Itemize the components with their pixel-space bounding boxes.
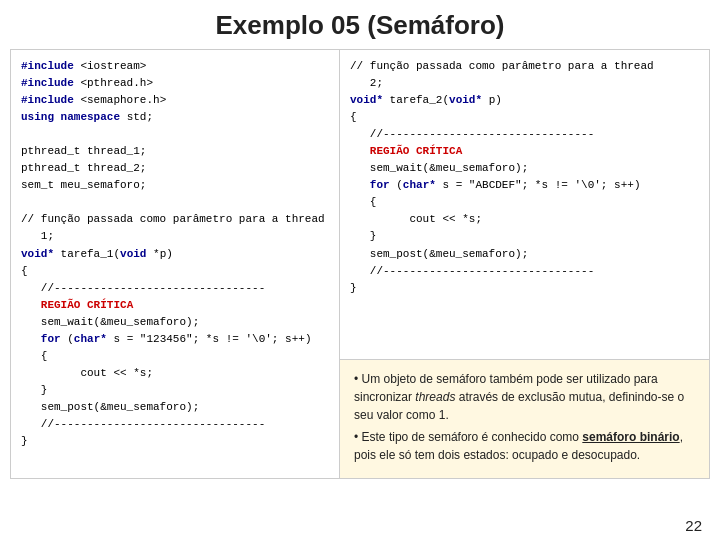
info-bullet1: • Um objeto de semáforo também pode ser … [354,370,695,424]
left-code-panel: #include <iostream> #include <pthread.h>… [10,49,340,479]
page-title: Exemplo 05 (Semáforo) [0,0,720,49]
info-box: • Um objeto de semáforo também pode ser … [340,359,709,478]
right-panel: // função passada como parâmetro para a … [340,49,710,479]
info-bullet2: • Este tipo de semáforo é conhecido como… [354,428,695,464]
page-number: 22 [685,517,702,534]
right-code-panel: // função passada como parâmetro para a … [340,50,709,359]
